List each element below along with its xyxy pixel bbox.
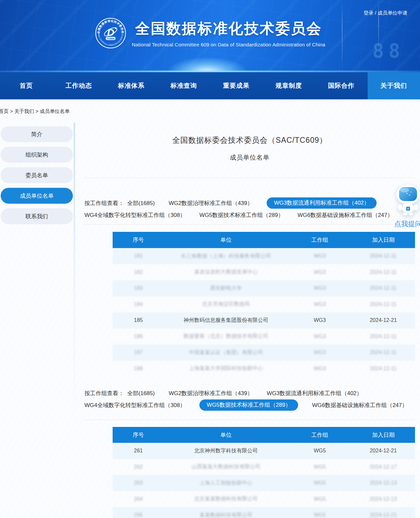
assistant-robot-icon[interactable] [395, 184, 420, 216]
sidebar-item[interactable]: 成员单位名单 [1, 188, 73, 204]
table-row: 265 某某数据科技有限公司 WG5 2024-12-21 [113, 507, 415, 518]
cell-workgroup: WG3 [288, 296, 352, 313]
assistant-label[interactable]: 点我提问 [393, 219, 420, 229]
breadcrumb-bar: 首页 > 关于我们 > 成员单位名单 [0, 99, 420, 123]
site-title: 全国数据标准化技术委员会 [132, 19, 325, 38]
nav-item[interactable]: 工作动态 [53, 72, 105, 99]
nav-item[interactable]: 规章制度 [263, 72, 315, 99]
nav-item-label: 标准体系 [118, 81, 144, 90]
filter-option[interactable]: WG6数据基础设施标准工作组（247） [297, 211, 393, 219]
filter-option[interactable]: 全部(1685) [127, 389, 155, 397]
table-row: 185 神州数码信息服务集团股份有限公司 WG3 2024-12-21 [113, 312, 415, 329]
filter-option[interactable]: 全部(1685) [127, 199, 155, 207]
cell-join-date: 2024-12-11 [351, 344, 415, 361]
sidebar-item[interactable]: 简介 [1, 126, 73, 142]
cell-unit: 数据要素（北京）数据技术有限公司 [164, 329, 288, 345]
nav-item-label: 国际合作 [328, 81, 354, 90]
cell-unit: 某某数据科技有限公司 [164, 507, 288, 518]
table-row: 184 北京市海淀区数据局 WG3 2024-12-11 [113, 296, 415, 313]
member-table-section-wg5: 序号单位工作组加入日期 261 北京神州数字科技有限公司 WG5 2024-12… [84, 427, 415, 518]
nav-item[interactable]: 首页 [0, 72, 53, 99]
nav-item-label: 工作动态 [66, 81, 92, 90]
sidebar-item[interactable]: 委员名单 [1, 167, 73, 183]
filter-option[interactable]: WG4全域数字化转型标准工作组（308） [84, 401, 185, 409]
cell-unit: 上海人工智能创新中心 [164, 475, 288, 491]
divider [84, 178, 415, 178]
filter-option[interactable]: WG2数据治理标准工作组（439） [169, 389, 253, 397]
filter-group-label: 按工作组查看： [84, 389, 124, 397]
banner-glow-decor [151, 46, 263, 72]
svg-text:D: D [107, 27, 114, 38]
cell-no: 183 [113, 280, 164, 296]
cell-no: 265 [113, 507, 164, 518]
cell-join-date: 2024-12-11 [351, 280, 415, 296]
cell-join-date: 2024-12-21 [351, 443, 415, 459]
table-row: 262 山西某某大数据科技有限公司 WG5 2024-12-17 [113, 459, 415, 475]
divider [84, 420, 415, 420]
filter-option[interactable]: WG3数据流通利用标准工作组（402） [267, 197, 377, 209]
table-header-cell: 序号 [113, 232, 164, 248]
cell-unit: 北京某某数据科技有限公司 [164, 491, 288, 507]
table-row: 186 数据要素（北京）数据技术有限公司 WG3 2024-12-11 [113, 329, 415, 345]
nav-item[interactable]: 关于我们 [368, 72, 420, 99]
filter-option[interactable]: WG3数据流通利用标准工作组（402） [267, 389, 362, 397]
cell-unit: 北京市海淀区数据局 [164, 296, 288, 313]
sidebar-item[interactable]: 联系我们 [1, 208, 73, 224]
cell-unit: 某农业农村大数据发展中心 [164, 264, 288, 281]
cell-no: 262 [113, 459, 164, 475]
cell-no: 184 [113, 296, 164, 313]
table-header-cell: 工作组 [288, 232, 352, 248]
table-header-cell: 单位 [164, 427, 288, 443]
cell-join-date: 2024-12-11 [351, 264, 415, 281]
sidebar-item-label: 联系我们 [26, 213, 48, 220]
main-column: 全国数据标委会技术委员会（SAC/TC609） 成员单位名单 [79, 135, 420, 518]
sidebar: 简介 组织架构 委员名单 成员单位名单 联系我们 [0, 123, 73, 229]
assistant-widget[interactable]: 点我提问 [393, 184, 420, 229]
table-row: 183 西安邮电大学 WG3 2024-12-11 [113, 280, 415, 296]
table-row: 182 某农业农村大数据发展中心 WG3 2024-12-11 [113, 264, 415, 281]
cell-no: 188 [113, 361, 164, 377]
sidebar-item-label: 简介 [31, 130, 42, 138]
breadcrumb[interactable]: 首页 > 关于我们 > 成员单位名单 [0, 108, 420, 115]
table-row: 181 长三角数据（上海）科技服务有限公司 WG3 2024-12-11 [113, 248, 415, 264]
banner-bottomline-decor [0, 71, 420, 72]
cell-no: 261 [113, 443, 164, 459]
filter-option[interactable]: WG6数据基础设施标准工作组（247） [312, 401, 407, 409]
filter-option[interactable]: WG2数据治理标准工作组（439） [169, 199, 253, 207]
nav-item[interactable]: 标准查询 [158, 72, 210, 99]
nav-item[interactable]: 重要成果 [210, 72, 263, 99]
nav-item[interactable]: 标准体系 [105, 72, 158, 99]
committee-logo[interactable]: 全国数据标准化技术委员会 NATIONAL TECHNICAL COMMITTE… [95, 17, 127, 49]
main-nav: 首页 工作动态 标准体系 标准查询 重要成果 规章制度 国际合作 关于我们 [0, 72, 420, 99]
cell-workgroup: WG3 [288, 361, 352, 377]
svg-text:TC609: TC609 [107, 37, 115, 40]
cell-unit: 神州数码信息服务集团股份有限公司 [164, 312, 288, 329]
content-area: 首页 > 关于我们 > 成员单位名单 简介 组织架构 委员名单 成员单位名单 联… [0, 99, 420, 518]
cell-unit: 北京神州数字科技有限公司 [164, 443, 288, 459]
filter-group-wg5: 按工作组查看： 全部(1685)WG2数据治理标准工作组（439）WG3数据流通… [84, 388, 415, 411]
member-table: 序号单位工作组加入日期 261 北京神州数字科技有限公司 WG5 2024-12… [113, 427, 415, 518]
cell-workgroup: WG3 [288, 280, 352, 296]
cell-no: 182 [113, 264, 164, 281]
cell-no: 186 [113, 329, 164, 345]
table-row: 188 上海某某大学国际科技创新中心 WG3 2024-12-11 [113, 361, 415, 377]
cell-unit: 上海某某大学国际科技创新中心 [164, 361, 288, 377]
cell-unit: 中国某某认证（集团）有限公司 [164, 344, 288, 361]
filter-option[interactable]: WG5数据技术标准工作组（289） [199, 211, 284, 219]
cell-workgroup: WG3 [288, 329, 352, 345]
divider [84, 224, 415, 225]
sidebar-item[interactable]: 组织架构 [1, 147, 73, 163]
table-header-cell: 工作组 [288, 427, 352, 443]
cell-no: 264 [113, 491, 164, 507]
filter-option[interactable]: WG4全域数字化转型标准工作组（308） [84, 211, 185, 219]
filter-group-wg3: 按工作组查看： 全部(1685)WG2数据治理标准工作组（439）WG3数据流通… [84, 197, 415, 221]
nav-item[interactable]: 国际合作 [315, 72, 368, 99]
cell-workgroup: WG5 [288, 459, 352, 475]
filter-option[interactable]: WG5数据技术标准工作组（289） [199, 399, 298, 411]
sidebar-item-label: 组织架构 [26, 151, 48, 159]
cell-join-date: 2024-12-21 [351, 312, 415, 329]
login-apply-links[interactable]: 登录 / 成员单位申请 [363, 10, 407, 16]
table-header-cell: 加入日期 [351, 427, 415, 443]
table-header-cell: 加入日期 [351, 232, 415, 248]
member-table-section-wg3: 序号单位工作组加入日期 181 长三角数据（上海）科技服务有限公司 WG3 20… [84, 232, 415, 377]
